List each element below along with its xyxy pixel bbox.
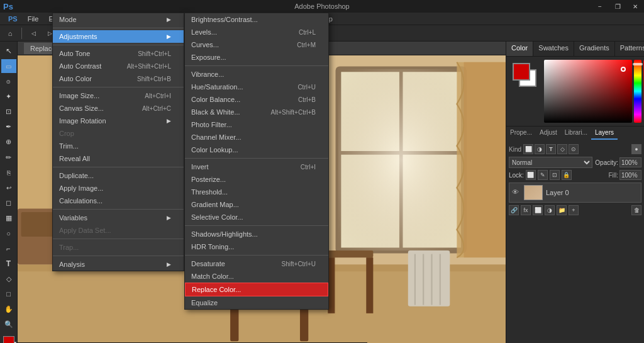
menu-item-image-rotation[interactable]: Image Rotation [53,115,184,127]
tab-layers[interactable]: Layers [591,127,618,140]
tab-swatches[interactable]: Swatches [533,42,574,56]
menu-item-trap[interactable]: Trap... [53,241,184,254]
menu-item-photo-filter[interactable]: Photo Filter... [185,118,328,131]
menu-item-black-white[interactable]: Black & White...Alt+Shift+Ctrl+B [185,106,328,118]
menu-item-match-color[interactable]: Match Color... [185,270,328,283]
lock-pixels-btn[interactable]: ⬜ [526,170,536,180]
menu-item-duplicate[interactable]: Duplicate... [53,169,184,182]
menu-file[interactable]: File [23,14,44,24]
tool-gradient[interactable]: ▦ [1,211,16,225]
layer-item[interactable]: 👁 Layer 0 [509,183,641,203]
menu-item-brightness-contrast[interactable]: Brightness/Contrast... [185,13,328,26]
menu-item-hdr-toning[interactable]: HDR Toning... [185,240,328,253]
foreground-swatch[interactable] [513,63,530,81]
minimize-button[interactable]: − [591,0,609,13]
tool-foreground-color[interactable] [3,336,14,343]
menu-item-posterize[interactable]: Posterize... [185,173,328,186]
menu-item-calculations[interactable]: Calculations... [53,194,184,207]
tool-text[interactable]: T [1,257,16,271]
layer-adjustment-btn[interactable]: ◑ [545,205,555,215]
lock-position-btn[interactable]: ✎ [538,170,548,180]
tab-gradients[interactable]: Gradients [574,42,615,56]
layer-visibility-eye[interactable]: 👁 [512,188,521,197]
menu-item-variables[interactable]: Variables [53,211,184,224]
tool-spot-heal[interactable]: ⊕ [1,135,16,149]
tab-patterns[interactable]: Patterns [615,42,644,56]
menu-item-trim[interactable]: Trim... [53,140,184,152]
menu-item-color-balance[interactable]: Color Balance...Ctrl+B [185,93,328,106]
menu-item-adjustments[interactable]: Adjustments [53,30,184,43]
menu-item-auto-tone[interactable]: Auto ToneShift+Ctrl+L [53,47,184,60]
lock-all-btn[interactable]: 🔒 [562,170,572,180]
layer-mask-btn[interactable]: ⬜ [533,205,543,215]
layer-folder-btn[interactable]: 📁 [557,205,567,215]
hue-slider[interactable] [634,60,641,123]
tool-path[interactable]: ◇ [1,272,16,286]
layer-filter-type[interactable]: T [546,144,556,154]
menu-item-threshold[interactable]: Threshold... [185,186,328,198]
menu-item-shadows-highlights[interactable]: Shadows/Highlights... [185,228,328,240]
menu-item-vibrance[interactable]: Vibrance... [185,68,328,81]
tab-properties[interactable]: Prope... [506,127,536,140]
tool-eraser[interactable]: ◻ [1,196,16,210]
restore-button[interactable]: ❐ [609,0,626,13]
tool-move[interactable]: ↖ [1,44,16,58]
close-button[interactable]: ✕ [626,0,644,13]
menu-item-auto-contrast[interactable]: Auto ContrastAlt+Shift+Ctrl+L [53,60,184,72]
tab-channels[interactable]: Chann... [506,140,538,142]
menu-item-canvas-size[interactable]: Canvas Size...Alt+Ctrl+C [53,102,184,115]
menu-item-exposure[interactable]: Exposure... [185,51,328,64]
layer-filter-shape[interactable]: ◇ [557,144,567,154]
tool-zoom[interactable]: 🔍 [1,318,16,332]
tab-libraries[interactable]: Librari... [561,127,591,140]
layer-filter-adjust[interactable]: ◑ [535,144,545,154]
layer-new-btn[interactable]: + [569,205,579,215]
opacity-input[interactable] [619,157,641,167]
layer-mode-select[interactable]: Normal [509,157,592,168]
menu-item-apply-image[interactable]: Apply Image... [53,182,184,194]
menu-item-invert[interactable]: InvertCtrl+I [185,160,328,173]
menu-item-apply-data-set[interactable]: Apply Data Set... [53,224,184,237]
layers-panel-menu[interactable]: ≡ [634,140,644,142]
menu-item-desaturate[interactable]: DesaturateShift+Ctrl+U [185,257,328,270]
layer-link-btn[interactable]: 🔗 [509,205,519,215]
menu-item-equalize[interactable]: Equalize [185,296,328,309]
layer-delete-btn[interactable]: 🗑 [631,205,641,215]
tool-dodge[interactable]: ○ [1,227,16,240]
tab-paths[interactable]: Paths [538,140,562,142]
menu-item-channel-mixer[interactable]: Channel Mixer... [185,131,328,143]
menu-item-replace-color[interactable]: Replace Color... [185,283,328,296]
tool-lasso[interactable]: ⌾ [1,74,16,88]
menu-item-curves[interactable]: Curves...Ctrl+M [185,38,328,51]
tool-magic-wand[interactable]: ✦ [1,89,16,103]
menu-ps[interactable]: PS [3,14,23,24]
tab-adjust[interactable]: Adjust [536,127,561,140]
tool-shape[interactable]: □ [1,287,16,301]
layer-fx-btn[interactable]: fx [521,205,531,215]
tool-eyedropper[interactable]: ✒ [1,120,16,134]
menu-item-analysis[interactable]: Analysis [53,258,184,271]
tool-selection[interactable]: ▭ [1,59,16,73]
tool-brush[interactable]: ✏ [1,150,16,164]
tool-hand[interactable]: ✋ [1,302,16,316]
menu-item-hue-saturation[interactable]: Hue/Saturation...Ctrl+U [185,81,328,93]
menu-item-gradient-map[interactable]: Gradient Map... [185,198,328,211]
tab-color[interactable]: Color [506,42,533,56]
menu-item-color-lookup[interactable]: Color Lookup... [185,143,328,156]
menu-item-selective-color[interactable]: Selective Color... [185,211,328,223]
layer-filter-toggle[interactable]: ● [631,144,641,154]
toolbar-back[interactable]: ◁ [26,26,40,40]
menu-item-reveal-all[interactable]: Reveal All [53,152,184,165]
layer-filter-pixel[interactable]: ⬜ [523,144,533,154]
menu-item-image-size[interactable]: Image Size...Alt+Ctrl+I [53,89,184,102]
fill-input[interactable] [619,170,641,180]
tool-history[interactable]: ↩ [1,181,16,194]
menu-item-auto-color[interactable]: Auto ColorShift+Ctrl+B [53,72,184,85]
menu-item-levels[interactable]: Levels...Ctrl+L [185,26,328,38]
menu-item-crop[interactable]: Crop [53,127,184,140]
tool-pen[interactable]: ⌐ [1,242,16,256]
menu-item-mode[interactable]: Mode [53,13,184,26]
lock-artboard-btn[interactable]: ⊡ [550,170,560,180]
tool-crop[interactable]: ⊡ [1,105,16,119]
tool-clone[interactable]: ⎘ [1,166,16,179]
